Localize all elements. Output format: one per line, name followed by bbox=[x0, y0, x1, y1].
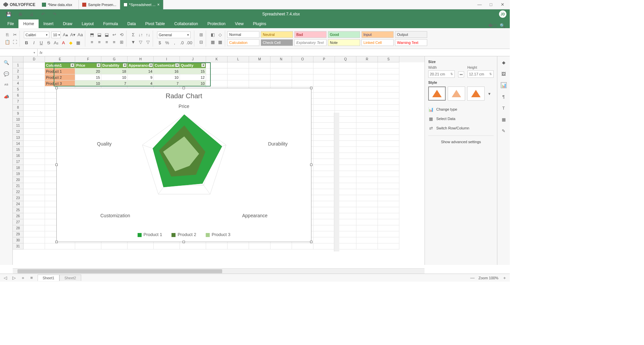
cell[interactable] bbox=[313, 189, 335, 195]
maximize-icon[interactable]: □ bbox=[488, 2, 494, 7]
filter-button[interactable]: ▾ bbox=[149, 63, 153, 67]
spreadsheet-grid[interactable]: DEFGHIJKLMNOPQRS 12345678910111213141516… bbox=[13, 56, 425, 265]
copy-icon[interactable]: ⎘ bbox=[5, 32, 10, 38]
cell[interactable] bbox=[378, 171, 399, 177]
cell[interactable] bbox=[356, 93, 378, 99]
cell[interactable] bbox=[378, 74, 399, 80]
font-dec-icon[interactable]: A▾ bbox=[70, 32, 76, 38]
cell[interactable] bbox=[356, 153, 378, 159]
column-header[interactable]: I bbox=[154, 56, 180, 62]
column-header[interactable]: G bbox=[101, 56, 128, 62]
cell[interactable] bbox=[378, 129, 399, 135]
cell[interactable]: Quality▾ bbox=[180, 62, 206, 68]
cell[interactable] bbox=[313, 141, 335, 147]
pivot-settings-icon[interactable]: ▦ bbox=[501, 117, 506, 122]
resize-handle-se[interactable] bbox=[310, 241, 312, 243]
resize-handle-s[interactable] bbox=[183, 241, 185, 243]
column-header[interactable]: O bbox=[292, 56, 313, 62]
cell[interactable] bbox=[23, 243, 45, 249]
zoom-out-icon[interactable]: — bbox=[470, 275, 475, 281]
cell[interactable]: 10 bbox=[75, 80, 101, 87]
cell[interactable] bbox=[249, 62, 270, 68]
cell[interactable] bbox=[23, 68, 45, 74]
cell[interactable] bbox=[378, 111, 399, 117]
cell[interactable]: Appearance▾ bbox=[128, 62, 154, 68]
cell[interactable]: 10 bbox=[101, 74, 128, 80]
column-header[interactable]: F bbox=[75, 56, 101, 62]
signature-icon[interactable]: ✎ bbox=[501, 128, 506, 133]
formula-input[interactable] bbox=[45, 49, 510, 56]
cell[interactable]: Durability▾ bbox=[101, 62, 128, 68]
cell[interactable] bbox=[292, 80, 313, 87]
cell[interactable] bbox=[313, 231, 335, 237]
menu-tab-file[interactable]: File bbox=[3, 19, 18, 28]
align-right-icon[interactable]: ≡ bbox=[104, 40, 109, 45]
cell[interactable] bbox=[128, 243, 154, 249]
column-header[interactable]: N bbox=[270, 56, 292, 62]
font-size-select[interactable]: 10▾ bbox=[51, 32, 61, 38]
format-painter-icon[interactable]: ⛶ bbox=[12, 40, 17, 45]
row-header[interactable]: 11 bbox=[13, 123, 23, 129]
width-input[interactable]: 20.21 cm bbox=[428, 70, 455, 78]
cell[interactable] bbox=[23, 159, 45, 165]
cell[interactable] bbox=[249, 80, 270, 87]
select-all-corner[interactable] bbox=[13, 56, 23, 62]
format-table2-icon[interactable]: ▦ bbox=[217, 40, 223, 45]
cell[interactable] bbox=[356, 99, 378, 105]
menu-tab-formula[interactable]: Formula bbox=[98, 19, 122, 28]
add-sheet-icon[interactable]: ＋ bbox=[20, 275, 26, 281]
cell[interactable] bbox=[335, 105, 356, 111]
cell[interactable] bbox=[356, 147, 378, 153]
cell-style-linked-cell[interactable]: Linked Cell bbox=[361, 39, 394, 46]
change-case-icon[interactable]: Aa bbox=[78, 32, 83, 38]
cell[interactable] bbox=[378, 195, 399, 201]
cell[interactable] bbox=[313, 177, 335, 183]
cell[interactable] bbox=[378, 99, 399, 105]
row-header[interactable]: 20 bbox=[13, 177, 23, 183]
font-name-select[interactable]: Calibri▾ bbox=[24, 32, 49, 38]
valign-mid-icon[interactable]: ⬓ bbox=[97, 32, 102, 38]
cell[interactable]: Column1▾ bbox=[45, 62, 75, 68]
bold-icon[interactable]: B bbox=[24, 40, 29, 46]
cell[interactable] bbox=[313, 171, 335, 177]
row-header[interactable]: 19 bbox=[13, 171, 23, 177]
cell[interactable] bbox=[313, 129, 335, 135]
resize-handle-w[interactable] bbox=[55, 164, 58, 166]
cell[interactable] bbox=[356, 117, 378, 123]
menu-tab-collaboration[interactable]: Collaboration bbox=[169, 19, 203, 28]
sort-icon[interactable]: ↓↑ bbox=[138, 32, 143, 38]
cell[interactable] bbox=[378, 87, 399, 93]
cell[interactable] bbox=[313, 87, 335, 93]
row-header[interactable]: 8 bbox=[13, 105, 23, 111]
column-header[interactable]: S bbox=[378, 56, 399, 62]
insert-cells-icon[interactable]: ⊞ bbox=[198, 32, 204, 38]
row-header[interactable]: 28 bbox=[13, 225, 23, 231]
menu-tab-pivot-table[interactable]: Pivot Table bbox=[141, 19, 169, 28]
menu-tab-home[interactable]: Home bbox=[18, 19, 39, 28]
cell[interactable] bbox=[23, 74, 45, 80]
chart-settings-icon[interactable]: 📊 bbox=[501, 82, 506, 88]
column-header[interactable]: P bbox=[313, 56, 335, 62]
cell[interactable] bbox=[356, 171, 378, 177]
cell[interactable] bbox=[313, 195, 335, 201]
change-type-link[interactable]: 📊Change type bbox=[428, 105, 494, 114]
row-header[interactable]: 17 bbox=[13, 159, 23, 165]
cell-style-normal[interactable]: Normal bbox=[227, 31, 259, 38]
column-header[interactable]: D bbox=[23, 56, 45, 62]
cell[interactable] bbox=[356, 237, 378, 243]
filter-button[interactable]: ▾ bbox=[175, 63, 179, 67]
cell[interactable]: 16 bbox=[154, 68, 180, 74]
cell[interactable] bbox=[356, 129, 378, 135]
chart-style-2[interactable] bbox=[448, 87, 465, 101]
cell[interactable] bbox=[270, 62, 292, 68]
sheet-list-icon[interactable]: ≡ bbox=[29, 275, 34, 281]
delete-cells-icon[interactable]: ⊟ bbox=[198, 40, 204, 45]
accounting-icon[interactable]: , bbox=[172, 40, 177, 46]
cell[interactable] bbox=[378, 159, 399, 165]
cell[interactable] bbox=[356, 225, 378, 231]
cell[interactable] bbox=[313, 225, 335, 231]
row-header[interactable]: 4 bbox=[13, 80, 23, 87]
row-header[interactable]: 14 bbox=[13, 141, 23, 147]
save-icon[interactable]: 💾 bbox=[6, 11, 11, 17]
column-header[interactable]: Q bbox=[335, 56, 356, 62]
